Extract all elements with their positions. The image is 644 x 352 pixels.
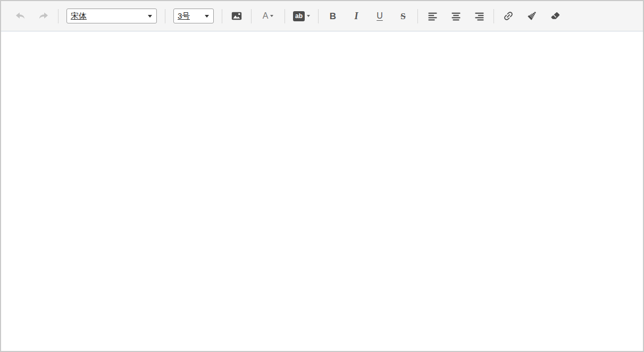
highlight-label: ab	[293, 11, 305, 21]
align-center-icon	[450, 11, 462, 22]
font-color-label: A	[263, 12, 269, 20]
bold-label: B	[330, 12, 336, 21]
chevron-down-icon	[148, 15, 152, 18]
toolbar-separator	[494, 9, 494, 23]
toolbar-separator	[58, 9, 58, 23]
redo-button[interactable]	[36, 8, 52, 24]
font-family-value: 宋体	[71, 11, 87, 21]
editor-toolbar: 宋体 3号 A ab	[1, 1, 643, 31]
italic-label: I	[354, 11, 358, 21]
toolbar-separator	[251, 9, 252, 23]
insert-image-button[interactable]	[229, 8, 245, 24]
insert-link-button[interactable]	[500, 8, 516, 24]
underline-button[interactable]: U	[372, 8, 388, 24]
toolbar-separator	[222, 9, 222, 23]
toolbar-separator	[318, 9, 319, 23]
undo-icon	[14, 10, 26, 22]
eraser-icon	[549, 10, 561, 22]
align-right-button[interactable]	[471, 8, 487, 24]
format-brush-button[interactable]	[524, 8, 540, 24]
font-size-select[interactable]: 3号	[173, 9, 214, 23]
redo-icon	[38, 10, 49, 22]
link-icon	[503, 10, 514, 22]
font-color-button[interactable]: A	[258, 8, 278, 24]
chevron-down-icon	[270, 15, 273, 17]
align-left-icon	[427, 11, 438, 22]
align-center-button[interactable]	[448, 8, 464, 24]
toolbar-separator	[285, 9, 285, 23]
undo-button[interactable]	[12, 8, 28, 24]
italic-button[interactable]: I	[348, 8, 364, 24]
bold-button[interactable]: B	[325, 8, 341, 24]
highlight-color-button[interactable]: ab	[291, 8, 312, 24]
underline-label: U	[377, 12, 383, 20]
chevron-down-icon	[307, 15, 310, 17]
font-size-value: 3号	[178, 11, 190, 21]
image-icon	[231, 10, 242, 22]
toolbar-separator	[165, 9, 165, 23]
brush-icon	[526, 10, 538, 22]
align-right-icon	[474, 11, 485, 22]
chevron-down-icon	[205, 15, 209, 18]
strikethrough-label: S	[400, 12, 405, 21]
align-left-button[interactable]	[424, 8, 440, 24]
rich-text-editor: 宋体 3号 A ab	[0, 0, 644, 352]
eraser-button[interactable]	[547, 8, 563, 24]
toolbar-separator	[417, 9, 418, 23]
strikethrough-button[interactable]: S	[395, 8, 411, 24]
editor-content[interactable]	[1, 31, 643, 351]
font-family-select[interactable]: 宋体	[66, 9, 157, 23]
